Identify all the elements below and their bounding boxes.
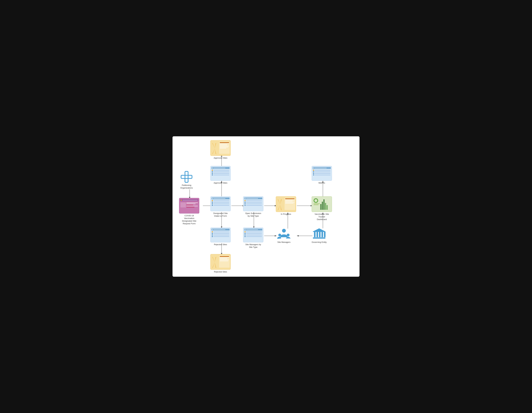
svg-rect-54: [316, 232, 318, 237]
svg-rect-18: [181, 175, 192, 178]
rejected-sites-mid-label: Rejected Sites: [214, 243, 227, 246]
vax-tracker-label: Vaccination SiteTrackerDashboard: [315, 213, 329, 221]
svg-rect-57: [324, 232, 325, 237]
petitioning-org-node: PetitioningOrganizations: [180, 171, 193, 189]
approved-sites-top-node: Approved Sites: [210, 140, 231, 159]
svg-marker-26: [212, 148, 215, 154]
svg-point-49: [282, 229, 286, 233]
in-progress-card: [276, 196, 296, 212]
svg-marker-30: [212, 256, 215, 262]
site-managers-type-node: Site Managers bySite Type: [243, 227, 263, 249]
metrics-label: Metrics: [319, 182, 325, 184]
sunburst-icon-3: [276, 199, 285, 211]
covid-form-label: COVID-19VaccinationDesignated SiteReques…: [182, 215, 196, 225]
designated-intake-node: Designated SiteIntake w Form: [210, 196, 231, 217]
approved-sites-top-label: Approved Sites: [214, 157, 227, 159]
approved-sites-mid-card: [210, 166, 231, 181]
svg-marker-35: [215, 262, 216, 268]
metrics-card: [312, 166, 332, 181]
sunburst-icon: [210, 143, 219, 154]
designated-intake-label: Designated SiteIntake w Form: [213, 212, 228, 217]
svg-marker-40: [277, 199, 280, 205]
cross-icon: [180, 171, 193, 183]
svg-marker-37: [210, 262, 215, 267]
svg-marker-25: [215, 148, 216, 154]
in-progress-node: In Progress: [276, 196, 296, 216]
svg-marker-45: [280, 205, 282, 211]
svg-marker-31: [215, 256, 216, 262]
rejected-sites-mid-node: Rejected Sites: [210, 227, 231, 246]
svg-rect-59: [313, 231, 325, 232]
approved-sites-mid-label: Approved Sites: [214, 182, 227, 184]
rejected-sites-bot-node: Rejected Sites: [210, 254, 231, 273]
svg-marker-19: [210, 144, 215, 148]
covid-form-node: COVID-19VaccinationDesignated SiteReques…: [179, 198, 199, 225]
covid-form-card: [179, 198, 199, 214]
vax-tracker-node: Vaccination SiteTrackerDashboard: [312, 196, 332, 221]
svg-rect-53: [314, 232, 315, 237]
svg-marker-21: [215, 143, 216, 148]
site-managers-type-card: [243, 227, 263, 242]
svg-marker-36: [212, 262, 215, 268]
governing-entity-node: Governing Entity: [312, 227, 327, 244]
svg-rect-17: [185, 171, 188, 182]
diagram-container: PetitioningOrganizations COVID-19Vaccina…: [172, 136, 360, 277]
svg-marker-39: [276, 200, 280, 205]
sunburst-icon-2: [210, 256, 219, 268]
svg-marker-29: [210, 258, 215, 262]
svg-point-51: [287, 234, 290, 236]
svg-point-50: [278, 234, 281, 236]
svg-marker-52: [313, 228, 325, 231]
svg-marker-46: [277, 205, 280, 211]
metrics-node: Metrics: [312, 166, 332, 184]
svg-marker-20: [212, 143, 215, 148]
rejected-sites-bot-label: Rejected Sites: [214, 271, 227, 273]
in-progress-label: In Progress: [281, 213, 291, 216]
open-submission-card: [243, 196, 263, 211]
svg-marker-27: [210, 148, 215, 153]
site-managers-node: Site Managers: [277, 227, 291, 244]
governing-entity-label: Governing Entity: [312, 241, 327, 244]
approved-sites-mid-node: Approved Sites: [210, 166, 231, 184]
rejected-sites-mid-card: [210, 227, 231, 242]
svg-marker-41: [280, 199, 282, 205]
designated-intake-card: [210, 196, 231, 211]
site-managers-type-label: Site Managers bySite Type: [245, 243, 261, 249]
petitioning-org-label: PetitioningOrganizations: [180, 184, 193, 189]
open-submission-label: Open Submissionby Site Type: [245, 212, 261, 217]
svg-marker-47: [276, 205, 280, 209]
open-submission-node: Open Submissionby Site Type: [243, 196, 263, 217]
approved-sites-top-card: [210, 140, 231, 156]
site-managers-icon: [277, 227, 291, 240]
governing-entity-icon: [312, 227, 326, 240]
rejected-sites-bot-card: [210, 254, 231, 270]
svg-rect-58: [313, 237, 325, 239]
vax-tracker-card: [312, 196, 332, 212]
site-managers-label: Site Managers: [277, 241, 290, 244]
svg-rect-56: [322, 232, 323, 237]
svg-rect-55: [319, 232, 321, 237]
